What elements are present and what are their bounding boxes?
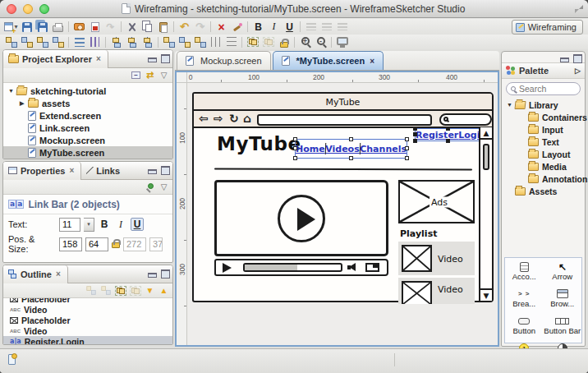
palette-item-browser[interactable]: Brow... [544,288,582,315]
tab-outline[interactable]: Outline × [3,265,68,283]
scroll-down-icon[interactable]: ▼ [480,288,492,301]
outline-item-register-login[interactable]: a|aRegister,Login [3,336,172,344]
maximize-icon[interactable] [160,165,169,173]
align-right-edges-button[interactable] [140,35,155,49]
minimize-icon[interactable] [559,53,568,62]
new-wizard-button[interactable]: ▾ [3,20,19,34]
space-horizontal-button[interactable] [208,35,223,49]
selection-handle[interactable] [405,146,409,150]
paste-button[interactable] [155,20,171,34]
match-width-button[interactable] [161,35,177,49]
distribute-horizontal-button[interactable] [71,35,87,49]
width-field[interactable]: 272 [123,237,146,251]
group-button[interactable] [115,285,126,297]
space-vertical-button[interactable] [223,35,239,49]
selection-handle[interactable] [413,127,417,131]
distribute-vertical-button[interactable] [87,35,103,49]
move-down-button[interactable]: ▼ [145,285,155,297]
design-canvas[interactable]: MyTube ⇦ ⇨ ↻ ⌂ MyTube Home [187,83,498,345]
palette-item-arrow[interactable]: ↖Arrow [544,261,582,288]
export-pdf-button[interactable] [87,20,103,34]
bring-forward-button[interactable] [19,35,34,49]
home-link[interactable]: Home [296,144,325,154]
copy-button[interactable] [140,20,155,34]
window-zoom-button[interactable] [39,4,49,14]
bold-button[interactable]: B [250,20,266,34]
save-button[interactable] [19,20,34,34]
palette-item-button[interactable]: Button [505,315,544,343]
close-icon[interactable]: × [370,57,374,66]
tree-item-assets[interactable]: ▶assets [3,97,172,109]
font-size-field[interactable]: 11 [59,218,80,232]
outline-item-video[interactable]: ABCVideo [3,325,172,336]
link-with-editor-button[interactable]: ⇄ [145,70,155,81]
lock-button[interactable] [276,35,292,49]
scrollbar-thumb[interactable] [483,144,489,170]
tree-item-project[interactable]: ▼sketching-tutorial [3,85,172,97]
close-icon[interactable]: × [69,166,74,175]
browser-window-widget[interactable]: MyTube ⇦ ⇨ ↻ ⌂ MyTube Home [192,92,494,302]
view-menu-button[interactable]: ▽ [158,182,169,193]
outline-item-placeholder[interactable]: Placeholder [3,298,172,304]
videos-link[interactable]: Videos [325,144,360,154]
palette-flyout-icon[interactable]: ▷ [575,67,581,75]
playlist-video-item[interactable]: Video [398,242,475,275]
move-up-button[interactable]: ▲ [158,285,169,297]
tree-item-mytube-screen[interactable]: MyTube.screen [3,146,172,159]
fast-view-icon[interactable] [8,354,16,365]
palette-item-accordion[interactable]: Acco... [505,261,544,288]
playlist-label-widget[interactable]: Playlist [400,228,437,239]
print-button[interactable] [50,20,66,34]
aspect-lock-icon[interactable] [112,242,120,248]
expander-icon[interactable]: ▼ [8,88,16,94]
italic-button[interactable]: I [266,20,282,34]
minimize-icon[interactable] [147,165,156,173]
collapse-all-button[interactable]: − [131,70,141,81]
player-controls-widget[interactable] [214,259,388,276]
ads-placeholder-widget[interactable]: Ads [398,180,475,223]
undo-button[interactable]: ↶ [177,20,192,34]
palette-tree-media[interactable]: Media [502,160,585,173]
tab-links[interactable]: Links [81,162,126,180]
selection-handle[interactable] [446,127,450,131]
selection-handle[interactable] [413,139,417,143]
tab-project-explorer[interactable]: Project Explorer × [3,50,108,68]
close-icon[interactable]: × [56,269,61,279]
tab-mockup-screen[interactable]: Mockup.screen [177,51,271,70]
selection-handle[interactable] [405,137,409,141]
perspective-button[interactable]: Wireframing [512,20,583,35]
playlist-video-item[interactable]: Video [398,278,475,304]
screenshot-button[interactable] [71,20,87,34]
underline-button[interactable]: U [282,20,297,34]
search-input[interactable] [519,84,577,94]
align-left-edges-button[interactable] [108,35,124,49]
palette-item-breadcrumb[interactable]: > >Brea... [505,288,544,315]
nav-link-bar-widget[interactable]: Home Videos Channels [295,139,407,159]
presentation-button[interactable] [334,35,350,49]
window-resize-icon[interactable] [575,5,583,13]
palette-tree-input[interactable]: Input [502,123,585,136]
maximize-icon[interactable] [160,53,169,62]
font-size-dropdown[interactable]: ▾ [84,218,94,232]
selection-handle[interactable] [349,137,353,141]
selection-handle[interactable] [413,132,417,136]
palette-tree-library[interactable]: ▼Library [502,99,585,111]
palette-tree-text[interactable]: Text [502,136,585,148]
video-player-widget[interactable] [214,180,388,256]
palette-tree-layout[interactable]: Layout [502,148,585,160]
palette-header[interactable]: Palette ▷ [502,62,585,79]
tree-item-extend-screen[interactable]: Extend.screen [3,109,172,122]
selection-handle[interactable] [293,156,297,160]
maximize-icon[interactable] [160,269,169,277]
selection-handle[interactable] [349,156,353,160]
tree-item-mockup-screen[interactable]: Mockup.screen [3,134,172,146]
palette-tree-assets[interactable]: Assets [502,185,585,197]
view-menu-button[interactable]: ▽ [158,70,169,81]
height-field[interactable]: 37 [149,237,163,251]
bring-to-front-button[interactable] [3,35,19,49]
match-size-button[interactable] [192,35,208,49]
cut-button[interactable] [124,20,140,34]
send-backward-button[interactable] [34,35,50,49]
outline-item-video[interactable]: ABCVideo [3,304,172,315]
send-to-back-button[interactable] [50,35,66,49]
